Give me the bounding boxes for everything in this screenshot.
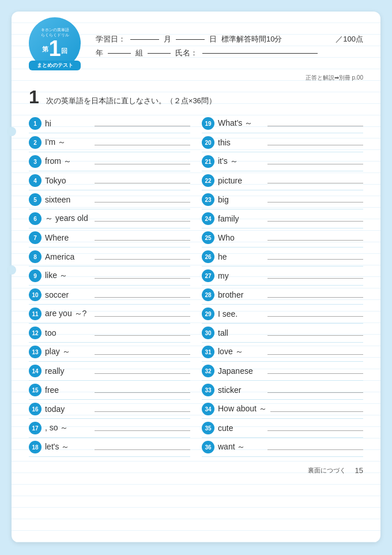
item-number: 32 [202,365,214,377]
answer-line[interactable] [267,392,363,393]
item-number: 28 [202,288,214,301]
answer-line[interactable] [95,145,190,145]
item-number: 17 [29,422,42,434]
list-item: 13play ～ [29,343,190,362]
answer-line[interactable] [95,335,190,336]
item-word: want ～ [218,442,264,452]
answer-line[interactable] [267,145,363,145]
answer-line[interactable] [95,354,190,355]
list-item: 3from ～ [29,152,190,171]
item-number: 7 [29,231,42,244]
item-word: family [218,214,264,223]
item-word: my [218,271,264,280]
item-number: 9 [29,269,42,282]
item-number: 36 [202,441,214,453]
answer-line[interactable] [267,316,363,317]
item-word: too [45,328,91,337]
item-number: 16 [29,403,42,415]
answer-line[interactable] [95,221,190,222]
list-item: 31love ～ [202,343,363,362]
answer-line[interactable] [267,240,363,241]
list-item: 18let's ～ [29,438,190,457]
answer-line[interactable] [95,183,190,183]
item-number: 18 [29,441,42,453]
answer-line[interactable] [95,297,190,298]
answer-line[interactable] [95,202,190,202]
header-row1: 学習日： 月 日 標準解答時間10分 ／100点 [96,34,363,44]
list-item: 11are you ～? [29,305,190,324]
answer-line[interactable] [95,240,190,241]
answer-line[interactable] [95,316,190,317]
nen-line [108,53,131,54]
answer-line[interactable] [95,126,190,126]
item-number: 24 [202,212,214,225]
item-word: soccer [45,290,91,299]
answer-line[interactable] [270,411,363,412]
answer-line[interactable] [267,278,363,279]
badge-container: キホンの英単語 らくらくドリル 第 1 回 まとめのテスト [29,23,86,69]
item-word: Where [45,233,91,242]
answer-line[interactable] [95,259,190,260]
answer-line[interactable] [267,259,363,260]
item-word: I'm ～ [45,137,91,148]
answer-line[interactable] [267,354,363,355]
badge-number-row: 第 1 回 [42,38,67,59]
list-item: 30tall [202,324,363,343]
item-number: 19 [202,117,214,130]
answer-line[interactable] [267,202,363,202]
footer-continue: 裏面につづく [308,466,346,475]
item-word: picture [218,176,264,185]
left-column: 1hi2I'm ～3from ～4Tokyo5sixteen6～ years o… [29,114,190,457]
answer-line[interactable] [267,373,363,374]
list-item: 16today [29,400,190,419]
list-item: 21it's ～ [202,152,363,171]
answer-line[interactable] [267,221,363,222]
answer-line[interactable] [95,449,190,450]
item-word: really [45,366,91,376]
list-item: 24family [202,209,363,228]
answer-line[interactable] [267,430,363,431]
item-number: 11 [29,308,42,320]
answer-line[interactable] [267,335,363,336]
item-number: 12 [29,327,42,339]
nen: 年 [96,48,103,58]
answer-line[interactable] [95,392,190,393]
answer-line[interactable] [267,126,363,126]
answer-line[interactable] [95,278,190,279]
item-word: I see. [218,309,264,318]
item-word: big [218,195,264,204]
badge-kai: 回 [61,48,67,54]
answer-line[interactable] [95,430,190,431]
list-item: 2I'm ～ [29,133,190,152]
answer-line[interactable] [95,411,190,412]
list-item: 28brother [202,286,363,305]
item-number: 21 [202,155,214,168]
item-number: 29 [202,308,214,320]
list-item: 35cute [202,419,363,438]
answer-line[interactable] [267,183,363,183]
standard-time: 標準解答時間10分 [221,34,282,44]
answer-line[interactable] [267,164,363,164]
list-item: 34How about ～ [202,400,363,419]
list-item: 1hi [29,114,190,133]
item-number: 4 [29,174,42,187]
answer-line[interactable] [95,164,190,164]
item-word: this [218,138,264,147]
answer-line[interactable] [267,449,363,450]
list-item: 22picture [202,171,363,190]
item-number: 25 [202,231,214,244]
list-item: 32Japanese [202,362,363,381]
list-item: 29I see. [202,305,363,324]
answer-line[interactable] [95,373,190,374]
answer-line[interactable] [267,297,363,298]
item-number: 33 [202,384,214,396]
item-word: Who [218,233,264,242]
item-word: like ～ [45,271,91,281]
section-title: 1 次の英単語を日本語に直しなさい。（２点×36問） [29,88,363,106]
item-word: brother [218,290,264,299]
list-item: 7Where [29,228,190,247]
item-number: 3 [29,155,42,168]
item-word: are you ～? [45,309,91,319]
item-word: hi [45,119,91,128]
list-item: 14really [29,362,190,381]
